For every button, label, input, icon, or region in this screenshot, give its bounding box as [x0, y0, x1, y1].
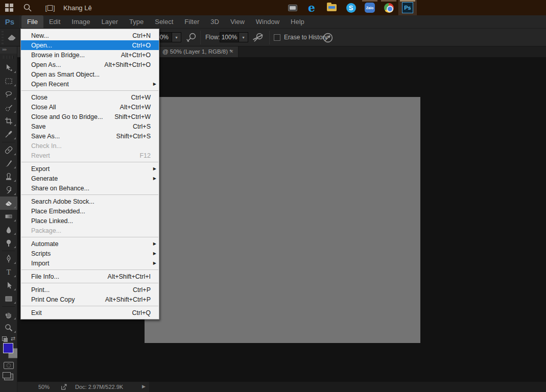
menu-item-print[interactable]: Print...Ctrl+P: [21, 285, 159, 295]
flow-value-box[interactable]: 100%: [220, 32, 239, 42]
submenu-arrow-icon: ▶: [153, 251, 156, 256]
menu-image[interactable]: Image: [66, 15, 96, 28]
tool-history-brush[interactable]: [0, 183, 17, 197]
quick-mask-button[interactable]: [0, 360, 17, 371]
menu-item-generate[interactable]: Generate▶: [21, 174, 159, 183]
erase-to-history-checkbox[interactable]: [274, 34, 280, 41]
tool-dodge[interactable]: [0, 236, 17, 250]
menu-select[interactable]: Select: [149, 15, 179, 28]
tool-path-selection[interactable]: [0, 279, 17, 292]
tool-spot-healing-brush[interactable]: [0, 143, 17, 157]
tool-blur[interactable]: [0, 223, 17, 236]
screen-mode-button[interactable]: [0, 371, 17, 382]
flow-dropdown-button[interactable]: ▾: [239, 32, 248, 42]
menu-item-place-embedded[interactable]: Place Embedded...: [21, 206, 159, 216]
menu-item-search-adobe-stock[interactable]: Search Adobe Stock...: [21, 197, 159, 206]
menu-item-automate[interactable]: Automate▶: [21, 239, 159, 249]
menu-item-open-as[interactable]: Open As...Alt+Shift+Ctrl+O: [21, 60, 159, 69]
menu-item-save[interactable]: SaveCtrl+S: [21, 121, 159, 131]
taskbar-edge-button[interactable]: e: [303, 0, 320, 15]
tool-rectangular-marquee[interactable]: [0, 75, 17, 88]
menu-item-exit[interactable]: ExitCtrl+Q: [21, 308, 159, 317]
document-canvas[interactable]: [145, 97, 420, 343]
taskbar-photoshop-button[interactable]: Ps: [399, 0, 416, 15]
tool-hand[interactable]: [0, 308, 17, 321]
opacity-pressure-button[interactable]: [185, 32, 197, 46]
menu-separator: [21, 306, 158, 306]
taskbar-chrome-button[interactable]: [380, 0, 397, 15]
menu-item-open-as-smart-object[interactable]: Open as Smart Object...: [21, 69, 159, 79]
zoom-level-field[interactable]: 50%: [38, 384, 50, 390]
type-icon: T: [4, 267, 13, 277]
brush-pressure-button[interactable]: [322, 32, 334, 46]
tool-quick-selection[interactable]: [0, 101, 17, 114]
foreground-color-swatch[interactable]: [3, 343, 13, 353]
menu-item-scripts[interactable]: Scripts▶: [21, 249, 159, 258]
menu-type[interactable]: Type: [124, 15, 149, 28]
tool-lasso[interactable]: [0, 88, 17, 101]
panel-collapse-button[interactable]: »»: [0, 46, 17, 54]
menu-item-open-recent[interactable]: Open Recent▶: [21, 79, 159, 89]
menu-item-share-on-behance[interactable]: Share on Behance...: [21, 183, 159, 193]
eraser-icon: [4, 199, 13, 208]
menu-item-open[interactable]: Open...Ctrl+O: [21, 40, 159, 50]
skype-icon: S: [346, 3, 356, 13]
tool-crop[interactable]: [0, 114, 17, 128]
menu-item-close-and-go-to-bridge[interactable]: Close and Go to Bridge...Shift+Ctrl+W: [21, 112, 159, 121]
tools-panel: »»: [0, 46, 17, 392]
flow-label: Flow:: [205, 34, 220, 41]
airbrush-toggle-button[interactable]: [251, 32, 265, 46]
tool-move[interactable]: [0, 61, 17, 75]
tool-eyedropper[interactable]: [0, 128, 17, 141]
default-colors-button[interactable]: [2, 336, 7, 341]
tool-type[interactable]: T: [0, 265, 17, 279]
panel-grip[interactable]: [3, 56, 14, 59]
tool-pen[interactable]: [0, 252, 17, 265]
menu-item-close[interactable]: CloseCtrl+W: [21, 92, 159, 102]
menu-help[interactable]: Help: [285, 15, 310, 28]
menu-item-import[interactable]: Import▶: [21, 258, 159, 268]
menu-item-file-info[interactable]: File Info...Alt+Shift+Ctrl+I: [21, 272, 159, 281]
tool-eraser[interactable]: [0, 197, 17, 210]
menu-item-export[interactable]: Export▶: [21, 164, 159, 174]
start-button[interactable]: [0, 0, 18, 15]
tool-preset-button[interactable]: [6, 32, 17, 45]
panel-grip[interactable]: [2, 31, 4, 44]
menu-layer[interactable]: Layer: [96, 15, 124, 28]
marquee-icon: [4, 77, 13, 86]
taskbar-search-button[interactable]: [18, 0, 37, 15]
menu-item-close-all[interactable]: Close AllAlt+Ctrl+W: [21, 102, 159, 112]
menu-3d[interactable]: 3D: [205, 15, 225, 28]
menu-item-package: Package...: [21, 226, 159, 235]
swap-colors-icon[interactable]: ⇄: [11, 335, 15, 342]
menu-edit[interactable]: Edit: [43, 15, 66, 28]
menu-view[interactable]: View: [225, 15, 250, 28]
share-button[interactable]: [60, 383, 67, 392]
submenu-arrow-icon: ▶: [153, 166, 156, 171]
lasso-icon: [4, 90, 13, 99]
tool-zoom[interactable]: [0, 321, 17, 334]
menu-item-new[interactable]: New...Ctrl+N: [21, 31, 159, 40]
divider: [2, 142, 15, 142]
close-tab-icon[interactable]: ×: [230, 46, 233, 57]
menu-item-print-one-copy[interactable]: Print One CopyAlt+Shift+Ctrl+P: [21, 295, 159, 304]
taskbar-explorer-button[interactable]: [323, 0, 340, 15]
menu-window[interactable]: Window: [250, 15, 285, 28]
taskbar-zalo-button[interactable]: Zalo: [361, 0, 378, 15]
tool-gradient[interactable]: [0, 210, 17, 223]
taskbar-skype-button[interactable]: S: [342, 0, 360, 15]
tool-brush[interactable]: [0, 157, 17, 170]
status-options-arrow-icon[interactable]: ▶: [142, 384, 146, 389]
tool-rectangle[interactable]: [0, 292, 17, 305]
taskbar-monitor-button[interactable]: [284, 0, 301, 15]
menu-item-save-as[interactable]: Save As...Shift+Ctrl+S: [21, 131, 159, 141]
document-size-info[interactable]: Doc: 2.97M/522.9K: [75, 384, 123, 390]
opacity-dropdown-button[interactable]: ▾: [172, 32, 181, 42]
menu-item-browse-in-bridge[interactable]: Browse in Bridge...Alt+Ctrl+O: [21, 50, 159, 60]
menu-filter[interactable]: Filter: [179, 15, 205, 28]
menu-item-place-linked[interactable]: Place Linked...: [21, 216, 159, 226]
menu-file[interactable]: File: [21, 15, 43, 28]
task-view-button[interactable]: []: [41, 0, 59, 15]
edge-icon: e: [308, 2, 315, 13]
tool-clone-stamp[interactable]: [0, 170, 17, 183]
